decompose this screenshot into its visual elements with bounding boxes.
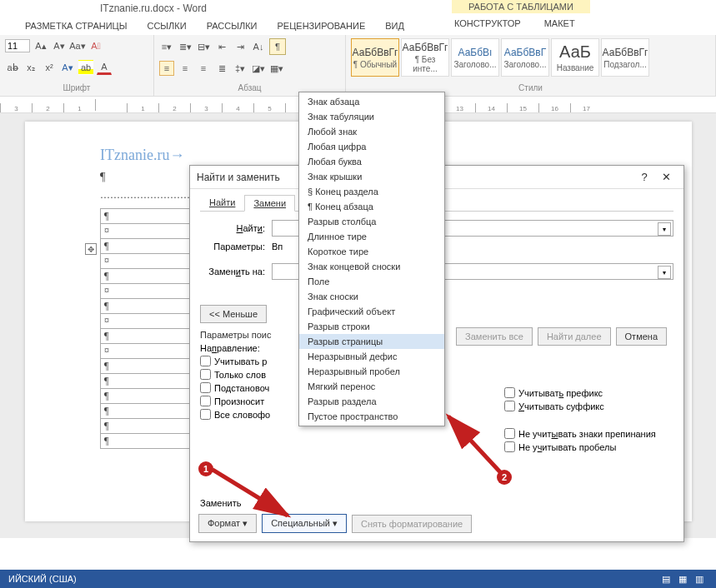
style-nospace[interactable]: АаБбВвГг¶ Без инте...	[401, 38, 449, 77]
align-left-icon[interactable]: ≡	[159, 61, 174, 76]
style-subtitle[interactable]: АаБбВвГгПодзагол...	[601, 38, 649, 77]
tab-find[interactable]: Найти	[200, 194, 244, 211]
show-marks-icon[interactable]: ¶	[269, 38, 286, 55]
align-center-icon[interactable]: ≡	[178, 61, 193, 76]
table-move-handle[interactable]: ✥	[85, 243, 97, 255]
menu-item[interactable]: Разрыв страницы	[299, 334, 444, 349]
menu-item[interactable]: § Конец раздела	[299, 184, 444, 199]
multilevel-icon[interactable]: ⊟▾	[196, 39, 211, 54]
style-h1[interactable]: АаБбВıЗаголово...	[451, 38, 499, 77]
menu-item[interactable]: Знак абзаца	[299, 94, 444, 109]
menu-item[interactable]: Разрыв раздела	[299, 394, 444, 409]
clear-format-icon[interactable]: A⃠	[88, 38, 103, 53]
highlight-icon[interactable]: ab	[78, 60, 93, 75]
cb-prefix[interactable]	[504, 387, 515, 398]
align-right-icon[interactable]: ≡	[196, 61, 211, 76]
find-label: Найти:	[200, 223, 265, 233]
tab-review[interactable]: РЕЦЕНЗИРОВАНИЕ	[277, 21, 365, 31]
menu-item[interactable]: Любой знак	[299, 124, 444, 139]
marker-1: 1	[198, 461, 213, 476]
menu-item[interactable]: Разрыв строки	[299, 319, 444, 334]
status-lang[interactable]: ИЙСКИЙ (США)	[8, 574, 77, 584]
sort-icon[interactable]: A↓	[251, 39, 266, 54]
menu-item[interactable]: Короткое тире	[299, 244, 444, 259]
cb-punct-label: Не учитывать знаки препинания	[518, 429, 656, 439]
tab-mailings[interactable]: РАССЫЛКИ	[207, 21, 258, 31]
format-button[interactable]: Формат ▾	[198, 514, 257, 533]
cb-sounds-label: Произносит	[214, 396, 264, 406]
table-tools-title: РАБОТА С ТАБЛИЦАМИ	[452, 0, 590, 13]
cb-whole[interactable]	[200, 369, 211, 380]
chevron-down-icon[interactable]: ▾	[658, 222, 671, 236]
params-label: Параметры:	[200, 242, 265, 252]
superscript-icon[interactable]: x²	[42, 60, 57, 75]
style-normal[interactable]: АаБбВвГг¶ Обычный	[351, 38, 399, 77]
view-web-icon[interactable]: ▥	[691, 574, 708, 585]
cb-sounds[interactable]	[200, 396, 211, 406]
cb-forms[interactable]	[200, 409, 211, 420]
status-bar: ИЙСКИЙ (США) ▤ ▦ ▥	[0, 570, 716, 588]
cb-whole-label: Только слов	[214, 370, 266, 380]
style-title[interactable]: АаБНазвание	[551, 38, 599, 77]
view-print-icon[interactable]: ▦	[674, 574, 691, 585]
special-button[interactable]: Специальный ▾	[262, 514, 347, 533]
cb-space-label: Не учитывать пробелы	[518, 442, 616, 452]
line-spacing-icon[interactable]: ‡▾	[233, 61, 248, 76]
replace-section-label: Заменить	[200, 498, 241, 508]
menu-item[interactable]: ¶ Конец абзаца	[299, 199, 444, 214]
indent-inc-icon[interactable]: ⇥	[233, 39, 248, 54]
menu-item[interactable]: Знак табуляции	[299, 109, 444, 124]
menu-item[interactable]: Поле	[299, 274, 444, 289]
cb-case[interactable]	[200, 356, 211, 366]
tab-constructor[interactable]: КОНСТРУКТОР	[454, 18, 521, 28]
tab-replace[interactable]: Замени	[244, 195, 295, 212]
tab-view[interactable]: ВИД	[385, 21, 404, 31]
menu-item[interactable]: Разрыв столбца	[299, 214, 444, 229]
shading-icon[interactable]: ◪▾	[251, 61, 266, 76]
subscript-icon[interactable]: x₂	[23, 60, 38, 75]
close-button[interactable]: ✕	[655, 171, 677, 183]
bullets-icon[interactable]: ≡▾	[159, 39, 174, 54]
font-color-icon[interactable]: A	[97, 60, 112, 75]
menu-item[interactable]: Неразрывный пробел	[299, 364, 444, 379]
menu-item[interactable]: Графический объект	[299, 304, 444, 319]
cb-wild[interactable]	[200, 382, 211, 393]
font-size-input[interactable]	[5, 39, 30, 52]
strike-icon[interactable]: ab̶	[5, 60, 20, 75]
change-case-icon[interactable]: Aa▾	[70, 38, 85, 53]
menu-item[interactable]: Знак крышки	[299, 169, 444, 184]
menu-item[interactable]: Знак концевой сноски	[299, 259, 444, 274]
cb-case-label: Учитывать р	[214, 356, 267, 366]
view-read-icon[interactable]: ▤	[658, 574, 674, 585]
menu-item[interactable]: Любая цифра	[299, 139, 444, 154]
menu-item[interactable]: Длинное тире	[299, 229, 444, 244]
tab-layout-table[interactable]: МАКЕТ	[544, 18, 575, 28]
menu-item[interactable]: Мягкий перенос	[299, 379, 444, 394]
indent-dec-icon[interactable]: ⇤	[214, 39, 229, 54]
help-button[interactable]: ?	[633, 171, 655, 183]
remove-format-button[interactable]: Снять форматирование	[352, 515, 472, 533]
numbering-icon[interactable]: ≣▾	[178, 39, 193, 54]
chevron-down-icon[interactable]: ▾	[658, 266, 671, 279]
menu-item[interactable]: Любая буква	[299, 154, 444, 169]
replace-label: Заменить на:	[200, 267, 265, 277]
justify-icon[interactable]: ≣	[214, 61, 229, 76]
cb-space[interactable]	[504, 441, 515, 452]
menu-item[interactable]: Неразрывный дефис	[299, 349, 444, 364]
menu-item[interactable]: Знак сноски	[299, 289, 444, 304]
tab-references[interactable]: ССЫЛКИ	[147, 21, 186, 31]
less-button[interactable]: << Меньше	[200, 305, 267, 323]
tab-pagelayout[interactable]: РАЗМЕТКА СТРАНИЦЫ	[25, 21, 127, 31]
grow-font-icon[interactable]: A▴	[33, 38, 48, 53]
style-h2[interactable]: АаБбВвГЗаголово...	[501, 38, 549, 77]
params-value: Вп	[272, 242, 283, 252]
marker-2: 2	[497, 470, 512, 485]
cb-suffix-label: Учитывать суффикс	[518, 401, 604, 411]
text-effects-icon[interactable]: A▾	[60, 60, 75, 75]
menu-item[interactable]: Пустое пространство	[299, 409, 444, 424]
cb-punct[interactable]	[504, 428, 515, 439]
shrink-font-icon[interactable]: A▾	[52, 38, 67, 53]
cb-suffix[interactable]	[504, 401, 515, 411]
dialog-title: Найти и заменить	[197, 172, 280, 183]
borders-icon[interactable]: ▦▾	[269, 61, 284, 76]
